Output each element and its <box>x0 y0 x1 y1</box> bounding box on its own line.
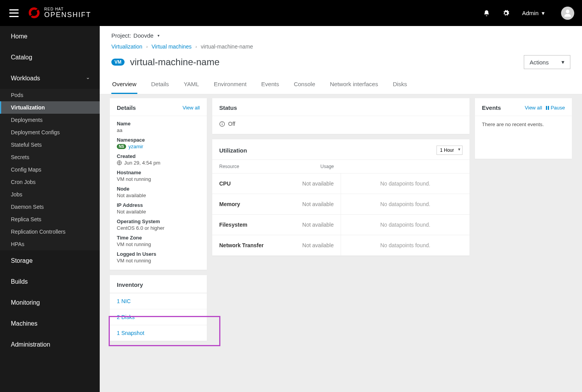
settings-icon[interactable] <box>502 10 509 17</box>
created-value: Jun 29, 4:54 pm <box>124 160 160 166</box>
time-range-selector[interactable]: 1 Hour <box>436 146 462 155</box>
inventory-card: Inventory 1 NIC 2 Disks 1 Snapshot <box>110 275 207 341</box>
breadcrumb-virtualization[interactable]: Virtualization <box>111 43 142 50</box>
hostname-value: VM not running <box>117 176 200 182</box>
svg-rect-3 <box>222 122 222 123</box>
tab-environment[interactable]: Environment <box>213 76 247 94</box>
topbar: RED HAT OPENSHIFT Admin ▾ <box>0 0 582 26</box>
sidebar-sub-jobs[interactable]: Jobs <box>0 188 100 201</box>
user-role-selector[interactable]: Admin ▾ <box>522 10 545 17</box>
col-resource: Resource <box>212 160 277 173</box>
chevron-right-icon: › <box>146 44 148 49</box>
globe-icon <box>117 160 122 165</box>
col-usage: Usage <box>277 160 341 173</box>
tz-value: VM not running <box>117 241 200 247</box>
sidebar-sub-secrets[interactable]: Secrets <box>0 151 100 163</box>
details-title: Details <box>117 104 136 111</box>
notifications-icon[interactable] <box>483 10 490 17</box>
ip-label: IP Address <box>117 202 200 208</box>
users-value: VM not running <box>117 258 200 264</box>
sidebar-workloads-submenu: Pods Virtualization Deployments Deployme… <box>0 89 100 250</box>
sidebar-sub-virtualization[interactable]: Virtualization <box>0 101 100 114</box>
page-title: virtual-machine-name <box>130 57 220 68</box>
chevron-down-icon: › <box>85 78 91 79</box>
tab-console[interactable]: Console <box>293 76 316 94</box>
brand-logo[interactable]: RED HAT OPENSHIFT <box>27 6 91 20</box>
inventory-disks-link[interactable]: 2 Disks <box>110 309 207 325</box>
os-value: CentOS 6.0 or higher <box>117 225 200 231</box>
created-label: Created <box>117 153 200 159</box>
project-selector[interactable]: Doovde ▾ <box>133 32 159 39</box>
chevron-right-icon: › <box>196 44 197 49</box>
sidebar-item-home[interactable]: Home <box>0 26 100 47</box>
table-row: Memory Not available No datapoints found… <box>212 194 469 215</box>
info-icon <box>219 121 225 127</box>
sidebar-sub-deploymentconfigs[interactable]: Deployment Configs <box>0 126 100 139</box>
actions-dropdown[interactable]: Actions ▾ <box>524 55 570 69</box>
events-card: Events View all Pause There are no recen… <box>475 98 572 159</box>
project-selector-bar: Project: Doovde ▾ <box>100 26 582 42</box>
sidebar-sub-daemonsets[interactable]: Daemon Sets <box>0 201 100 213</box>
status-title: Status <box>219 104 237 111</box>
caret-down-icon: ▾ <box>561 59 565 66</box>
pause-icon <box>546 106 549 110</box>
events-pause-button[interactable]: Pause <box>546 105 565 111</box>
os-label: Operating System <box>117 219 200 224</box>
chevron-down-icon: ▾ <box>542 10 545 17</box>
user-avatar[interactable] <box>561 7 574 20</box>
inventory-title: Inventory <box>117 281 143 288</box>
namespace-link[interactable]: yzamir <box>128 144 143 149</box>
sidebar-item-storage[interactable]: Storage <box>0 250 100 271</box>
tab-disks[interactable]: Disks <box>392 76 408 94</box>
inventory-nic-link[interactable]: 1 NIC <box>110 293 207 309</box>
sidebar-sub-replicationcontrollers[interactable]: Replication Controllers <box>0 225 100 238</box>
details-view-all-link[interactable]: View all <box>182 105 200 111</box>
sidebar-item-machines[interactable]: Machines <box>0 313 100 334</box>
ip-value: Not available <box>117 209 200 215</box>
sidebar-item-administration[interactable]: Administration <box>0 334 100 355</box>
sidebar-item-catalog[interactable]: Catalog <box>0 47 100 68</box>
sidebar: Home Catalog Workloads › Pods Virtualiza… <box>0 26 100 392</box>
tab-details[interactable]: Details <box>151 76 170 94</box>
menu-toggle-button[interactable] <box>9 9 19 17</box>
utilization-table: Resource Usage CPU Not available No data… <box>212 160 469 256</box>
breadcrumb: Virtualization › Virtual machines › virt… <box>100 42 582 54</box>
sidebar-item-monitoring[interactable]: Monitoring <box>0 292 100 313</box>
breadcrumb-virtual-machines[interactable]: Virtual machines <box>152 43 192 50</box>
events-title: Events <box>482 104 501 111</box>
status-card: Status Off <box>212 98 469 134</box>
tz-label: Time Zone <box>117 235 200 241</box>
events-empty-message: There are no recent events. <box>475 116 572 159</box>
tabs: Overview Details YAML Environment Events… <box>100 76 582 94</box>
name-value: aa <box>117 127 200 133</box>
tab-network-interfaces[interactable]: Network interfaces <box>329 76 379 94</box>
hostname-label: Hostname <box>117 170 200 175</box>
users-label: Logged In Users <box>117 251 200 257</box>
utilization-card: Utilization 1 Hour Resource Usage <box>212 139 469 256</box>
events-view-all-link[interactable]: View all <box>525 105 542 111</box>
sidebar-sub-pods[interactable]: Pods <box>0 89 100 101</box>
tab-yaml[interactable]: YAML <box>183 76 200 94</box>
namespace-badge: NS <box>117 144 126 149</box>
openshift-icon <box>27 6 41 20</box>
inventory-snapshot-link[interactable]: 1 Snapshot <box>110 325 207 341</box>
sidebar-sub-cronjobs[interactable]: Cron Jobs <box>0 176 100 188</box>
sidebar-sub-configmaps[interactable]: Config Maps <box>0 163 100 176</box>
brand-line2: OPENSHIFT <box>44 11 91 19</box>
main-content: Project: Doovde ▾ Virtualization › Virtu… <box>100 26 582 392</box>
caret-down-icon: ▾ <box>158 33 159 38</box>
sidebar-sub-hpas[interactable]: HPAs <box>0 238 100 250</box>
sidebar-item-workloads[interactable]: Workloads › <box>0 68 100 89</box>
node-value: Not available <box>117 193 200 198</box>
tab-events[interactable]: Events <box>260 76 280 94</box>
breadcrumb-current: virtual-machine-name <box>201 43 253 50</box>
sidebar-sub-replicasets[interactable]: Replica Sets <box>0 213 100 225</box>
sidebar-item-builds[interactable]: Builds <box>0 271 100 292</box>
sidebar-sub-deployments[interactable]: Deployments <box>0 114 100 126</box>
sidebar-sub-statefulsets[interactable]: Stateful Sets <box>0 139 100 151</box>
tab-overview[interactable]: Overview <box>111 76 137 94</box>
user-role-label: Admin <box>522 10 539 16</box>
name-label: Name <box>117 121 200 127</box>
table-row: Filesystem Not available No datapoints f… <box>212 215 469 235</box>
namespace-label: Namespace <box>117 137 200 143</box>
